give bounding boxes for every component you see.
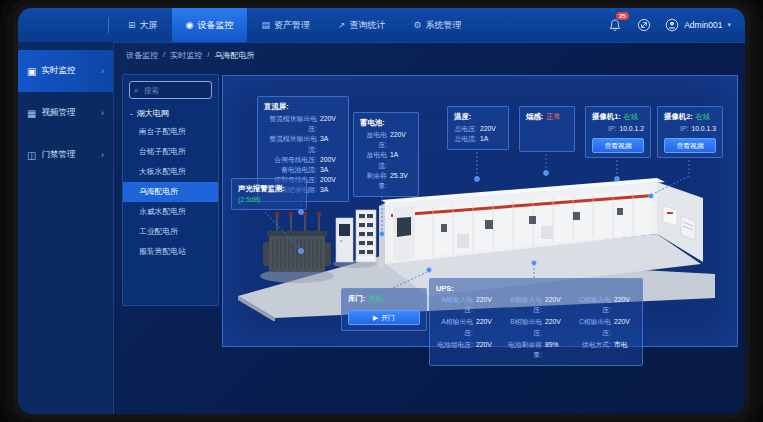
metric-value: 220V [545, 295, 567, 305]
metric-value: 3A [320, 165, 342, 175]
door-status: 关闭 [368, 294, 382, 306]
metric-label: A相输入电压: [436, 295, 473, 315]
card-title: 声光报警监测: [238, 184, 300, 194]
tab-label: 查询统计 [349, 19, 385, 32]
breadcrumb: 设备监控 / 实时监控 / 乌海配电所 [126, 50, 254, 61]
monitor-icon: ◉ [186, 20, 194, 30]
smoke-sensor-card: 烟感: 正常 [519, 106, 575, 152]
card-title: UPS: [436, 284, 636, 293]
station-3d-panel: 直流屏: 整流模块输出电压:220V 整流模块输出电流:3A 合闸母线电压:20… [222, 75, 738, 347]
view-video-button[interactable]: 查看视频 [664, 138, 716, 153]
metric-label: B相输出电压: [505, 317, 542, 337]
bell-icon [609, 19, 621, 32]
user-menu[interactable]: Admin001 ▾ [665, 18, 731, 32]
tab-system-management[interactable]: ⚙ 系统管理 [399, 8, 475, 42]
breadcrumb-current: 乌海配电所 [214, 50, 254, 61]
tab-label: 设备监控 [197, 19, 233, 32]
sidebar: ▣ 实时监控 › ▦ 视频管理 › ◫ 门禁管理 › [18, 42, 114, 414]
tree-search-input[interactable] [142, 85, 207, 96]
breadcrumb-item[interactable]: 实时监控 [170, 50, 202, 61]
tree-item-station[interactable]: 工业配电所 [123, 222, 218, 242]
metric-value: 89% [545, 340, 567, 350]
tab-query-statistics[interactable]: ↗ 查询统计 [324, 8, 400, 42]
ip-value: 10.0.1.3 [691, 124, 716, 134]
station-tree-panel: ⌕ - 湖大电网 南台子配电所 台铭子配电所 大板水配电所 乌海配电所 永威水配… [122, 74, 219, 306]
chevron-down-icon: ▾ [727, 21, 731, 29]
tab-label: 资产管理 [274, 19, 310, 32]
search-icon: ⌕ [134, 85, 139, 96]
stats-icon: ↗ [338, 20, 346, 30]
tree-item-station-selected[interactable]: 乌海配电所 [123, 182, 218, 202]
card-title: 蓄电池: [360, 118, 412, 128]
notification-bell-button[interactable]: 25 [607, 17, 623, 33]
temperature-card: 温度: 总电压:220V 总电流:1A [447, 106, 509, 150]
avatar-icon [665, 18, 679, 32]
tab-asset-management[interactable]: ▤ 资产管理 [247, 8, 324, 42]
metric-label: 电池剩余容量: [505, 340, 542, 360]
camera1-card: 摄像机1: 在线 IP:10.0.1.2 查看视频 [585, 106, 651, 158]
card-title: 库门: [348, 294, 365, 304]
metric-value: 市电 [614, 340, 636, 350]
view-video-button[interactable]: 查看视频 [592, 138, 644, 153]
metric-label: C相输出电压: [574, 317, 611, 337]
open-door-button[interactable]: ▶ 开门 [348, 310, 420, 325]
realtime-monitor-icon: ▣ [27, 66, 36, 77]
metric-value: 3A [320, 134, 342, 144]
tab-dashboard[interactable]: ⊞ 大屏 [114, 8, 172, 42]
tree-item-station[interactable]: 服装营配电站 [123, 242, 218, 262]
battery-card: 蓄电池: 放电电压:220V 放电电流:1A 剩余容量:25.3V [353, 112, 419, 197]
button-label: 开门 [381, 313, 395, 323]
tab-label: 系统管理 [426, 19, 462, 32]
metric-value: 220V [614, 295, 636, 305]
camera2-card: 摄像机2: 在线 IP:10.0.1.3 查看视频 [657, 106, 723, 158]
button-label: 查看视频 [676, 141, 703, 151]
metric-value: 220V [614, 317, 636, 327]
tree-item-station[interactable]: 南台子配电所 [123, 122, 218, 142]
tree-item-station[interactable]: 永威水配电所 [123, 202, 218, 222]
metric-label: 整流模块输出电流: [264, 134, 317, 154]
screen-icon: ⊞ [128, 20, 136, 30]
metric-label: 放电电流: [360, 150, 387, 170]
asset-icon: ▤ [261, 20, 270, 30]
tree-search: ⌕ [129, 81, 212, 99]
card-title: 烟感: [526, 112, 543, 122]
card-title: 直流屏: [264, 102, 342, 112]
metric-value: 1A [480, 134, 502, 144]
metric-value: 200V [320, 155, 342, 165]
breadcrumb-item[interactable]: 设备监控 [126, 50, 158, 61]
metric-value: 220V [390, 130, 412, 140]
metric-value: 1A [390, 150, 412, 160]
metric-label: 供电方式: [574, 340, 611, 350]
tree-item-station[interactable]: 台铭子配电所 [123, 142, 218, 162]
metric-label: 蓄电池电流: [264, 165, 317, 175]
sidebar-item-access-control[interactable]: ◫ 门禁管理 › [18, 134, 113, 176]
metric-value: 200V [320, 175, 342, 185]
sidebar-item-realtime-monitoring[interactable]: ▣ 实时监控 › [18, 50, 113, 92]
fullscreen-icon [637, 18, 651, 32]
fullscreen-button[interactable] [636, 17, 652, 33]
ups-card: UPS: A相输入电压:220V B相输入电压:220V C相输入电压:220V… [429, 278, 643, 366]
card-title: 摄像机1: [592, 112, 621, 122]
top-nav-bar: ⊞ 大屏 ◉ 设备监控 ▤ 资产管理 ↗ 查询统计 ⚙ 系统管理 [18, 8, 745, 43]
tab-device-monitoring[interactable]: ◉ 设备监控 [172, 8, 248, 42]
tree-root-label: 湖大电网 [137, 108, 169, 119]
gear-icon: ⚙ [413, 20, 421, 30]
sidebar-item-label: 实时监控 [41, 65, 75, 77]
metric-value: 220V [320, 114, 342, 124]
door-icon: ◫ [27, 150, 36, 161]
ip-value: 10.0.1.2 [619, 124, 644, 134]
sidebar-item-label: 门禁管理 [41, 149, 75, 161]
metric-value: 220V [480, 124, 502, 134]
camera-status: 在线 [624, 112, 638, 124]
metric-value: 25.3V [390, 171, 412, 181]
door-card: 库门: 关闭 ▶ 开门 [341, 288, 427, 331]
tree-item-station[interactable]: 大板水配电所 [123, 162, 218, 182]
card-title: 温度: [454, 112, 502, 122]
metric-label: 放电电压: [360, 130, 387, 150]
metric-value: 220V [476, 295, 498, 305]
camera-status: 在线 [696, 112, 710, 124]
tree-root-node[interactable]: - 湖大电网 [123, 105, 218, 122]
sidebar-item-video-management[interactable]: ▦ 视频管理 › [18, 92, 113, 134]
chevron-right-icon: › [101, 150, 104, 160]
chevron-right-icon: › [101, 108, 104, 118]
